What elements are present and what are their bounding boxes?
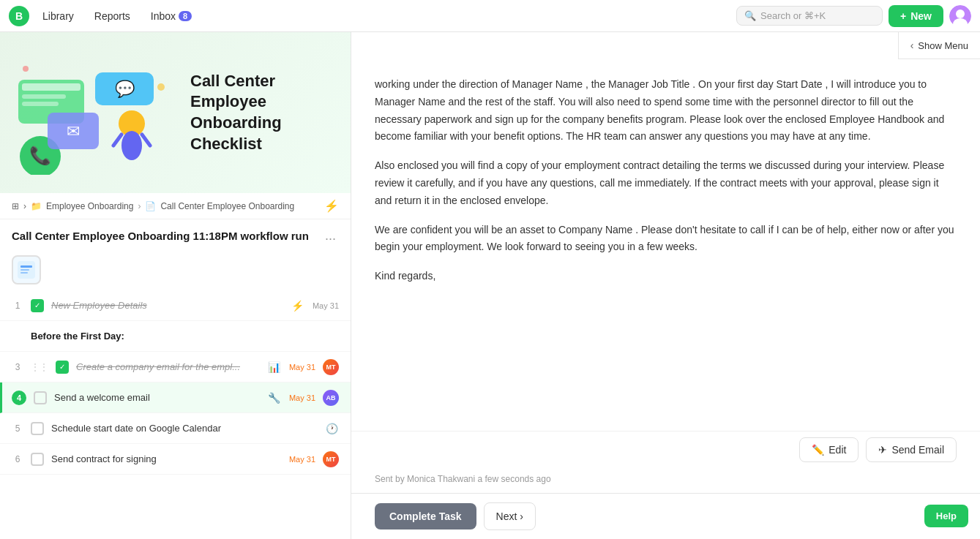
send-email-button[interactable]: ✈ Send Email bbox=[866, 437, 957, 462]
avatar-section bbox=[0, 249, 351, 290]
task-row[interactable]: 6 Send contract for signing May 31 MT bbox=[0, 444, 351, 475]
task-avatar: AB bbox=[323, 390, 339, 406]
send-icon: ✈ bbox=[878, 444, 887, 456]
task-row[interactable]: 1 New Employee Details ⚡ May 31 bbox=[0, 290, 351, 321]
svg-point-15 bbox=[23, 66, 29, 72]
task-date: May 31 bbox=[289, 393, 315, 402]
email-paragraph-2: Also enclosed you will find a copy of yo… bbox=[375, 157, 957, 209]
svg-text:📞: 📞 bbox=[29, 145, 51, 166]
section-label: Before the First Day: bbox=[31, 331, 124, 342]
more-button[interactable]: ... bbox=[322, 228, 339, 244]
main-content: 📞 ✉ 💬 bbox=[0, 32, 980, 539]
svg-rect-2 bbox=[22, 94, 66, 99]
nav-library[interactable]: Library bbox=[35, 7, 81, 25]
breadcrumb-part1[interactable]: Employee Onboarding bbox=[46, 201, 133, 211]
task-date: May 31 bbox=[313, 301, 339, 310]
top-nav: B Library Reports Inbox 8 🔍 Search or ⌘+… bbox=[0, 0, 980, 32]
task-avatar: MT bbox=[323, 451, 339, 467]
plus-icon: + bbox=[900, 10, 906, 22]
hero-content: 📞 ✉ 💬 bbox=[0, 36, 351, 189]
task-checkbox[interactable] bbox=[56, 361, 69, 374]
svg-rect-1 bbox=[22, 83, 81, 91]
svg-rect-19 bbox=[20, 272, 28, 274]
search-icon: 🔍 bbox=[744, 10, 756, 21]
breadcrumb-folder-icon: 📁 bbox=[31, 201, 42, 211]
edit-icon: ✏️ bbox=[812, 444, 824, 456]
task-number: 3 bbox=[12, 362, 23, 372]
svg-rect-17 bbox=[20, 265, 32, 268]
hero-title: Call Center Employee Onboarding Checklis… bbox=[190, 71, 336, 154]
task-icon: 🔧 bbox=[267, 391, 282, 405]
svg-line-13 bbox=[142, 135, 150, 146]
workflow-title-bar: Call Center Employee Onboarding 11:18PM … bbox=[0, 219, 351, 249]
task-number: 1 bbox=[12, 301, 23, 311]
avatar[interactable] bbox=[949, 5, 971, 27]
task-list: 1 New Employee Details ⚡ May 31 Before t… bbox=[0, 290, 351, 539]
svg-point-14 bbox=[157, 83, 165, 91]
breadcrumb: ⊞ › 📁 Employee Onboarding › 📄 Call Cente… bbox=[0, 193, 351, 219]
task-avatar: MT bbox=[323, 359, 339, 375]
left-panel: 📞 ✉ 💬 bbox=[0, 32, 351, 539]
section-row: Before the First Day: bbox=[0, 321, 351, 352]
breadcrumb-grid-icon: ⊞ bbox=[12, 201, 19, 211]
show-menu-button[interactable]: ‹ Show Menu bbox=[899, 32, 980, 59]
task-icon: 🕐 bbox=[324, 421, 339, 436]
task-icon: ⚡ bbox=[291, 298, 305, 313]
task-icon: 📊 bbox=[267, 360, 282, 374]
app-logo: B bbox=[9, 6, 29, 26]
task-text: Schedule start date on Google Calendar bbox=[51, 423, 317, 434]
task-number: 6 bbox=[12, 454, 23, 464]
svg-text:✉: ✉ bbox=[67, 122, 80, 140]
sent-by-text: Sent by Monica Thakwani a few seconds ag… bbox=[375, 474, 551, 484]
task-row-active[interactable]: 4 Send a welcome email 🔧 May 31 AB bbox=[0, 382, 351, 413]
svg-line-12 bbox=[113, 135, 121, 146]
task-number-badge: 4 bbox=[12, 391, 26, 405]
bottom-bar: Complete Task Next › bbox=[351, 493, 980, 539]
inbox-badge: 8 bbox=[179, 11, 192, 21]
email-paragraph-4: Kind regards, bbox=[375, 268, 957, 285]
next-button[interactable]: Next › bbox=[484, 502, 536, 530]
new-button[interactable]: + New bbox=[889, 5, 943, 27]
complete-task-button[interactable]: Complete Task bbox=[375, 503, 476, 529]
hero-illustration: 📞 ✉ 💬 bbox=[15, 50, 176, 175]
right-panel: ‹ Show Menu working under the direction … bbox=[351, 32, 980, 539]
nav-inbox[interactable]: Inbox 8 bbox=[143, 7, 199, 25]
edit-button[interactable]: ✏️ Edit bbox=[799, 437, 859, 462]
task-date: May 31 bbox=[289, 363, 315, 372]
show-menu-container: ‹ Show Menu bbox=[898, 32, 980, 59]
search-box[interactable]: 🔍 Search or ⌘+K bbox=[736, 6, 883, 26]
breadcrumb-sep1: › bbox=[23, 201, 26, 211]
task-row[interactable]: 3 ⋮⋮ Create a company email for the empl… bbox=[0, 352, 351, 382]
email-body: working under the direction of Manager N… bbox=[351, 32, 980, 431]
email-actions: ✏️ Edit ✈ Send Email bbox=[351, 431, 980, 468]
svg-rect-3 bbox=[22, 102, 59, 106]
chevron-right-icon: › bbox=[520, 510, 523, 522]
breadcrumb-part2[interactable]: Call Center Employee Onboarding bbox=[160, 201, 294, 211]
task-checkbox[interactable] bbox=[31, 422, 44, 435]
sent-by-bar: Sent by Monica Thakwani a few seconds ag… bbox=[351, 468, 980, 493]
task-text: New Employee Details bbox=[51, 300, 283, 311]
help-button[interactable]: Help bbox=[924, 505, 968, 527]
email-paragraph-1: working under the direction of Manager N… bbox=[375, 76, 957, 146]
workflow-avatar bbox=[12, 255, 41, 284]
svg-text:💬: 💬 bbox=[115, 79, 135, 99]
task-text: Send contract for signing bbox=[51, 453, 282, 464]
email-paragraph-3: We are confident you will be an asset to… bbox=[375, 222, 957, 257]
breadcrumb-doc-icon: 📄 bbox=[145, 201, 156, 211]
drag-icon: ⋮⋮ bbox=[31, 362, 48, 372]
svg-rect-18 bbox=[20, 269, 29, 271]
task-text: Send a welcome email bbox=[54, 392, 260, 403]
hero-title-box: Call Center Employee Onboarding Checklis… bbox=[190, 71, 336, 154]
task-row[interactable]: 5 Schedule start date on Google Calendar… bbox=[0, 413, 351, 444]
lightning-icon: ⚡ bbox=[324, 199, 339, 213]
task-checkbox[interactable] bbox=[31, 453, 44, 466]
workflow-title: Call Center Employee Onboarding 11:18PM … bbox=[12, 228, 309, 244]
task-text: Create a company email for the empl... bbox=[76, 361, 260, 372]
nav-reports[interactable]: Reports bbox=[87, 7, 138, 25]
task-checkbox[interactable] bbox=[34, 391, 47, 404]
svg-point-11 bbox=[121, 131, 142, 160]
task-date: May 31 bbox=[289, 455, 315, 464]
chevron-left-icon: ‹ bbox=[910, 39, 914, 51]
task-number: 5 bbox=[12, 423, 23, 434]
task-checkbox[interactable] bbox=[31, 299, 44, 312]
